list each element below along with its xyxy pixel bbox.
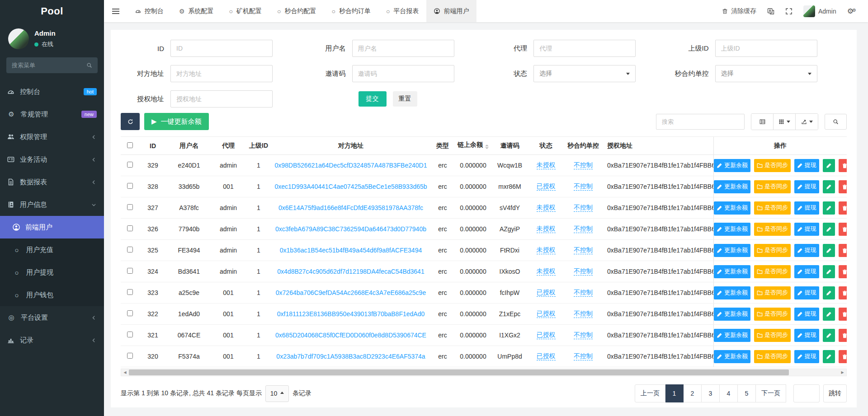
withdraw-button[interactable]: 提现 — [794, 180, 819, 193]
address-link[interactable]: 0xec1D993A40441C4ae07425a5BeCe1e58B933d6… — [274, 183, 427, 190]
row-checkbox[interactable] — [127, 162, 133, 168]
row-checkbox[interactable] — [127, 183, 133, 189]
withdraw-button[interactable]: 提现 — [794, 286, 819, 299]
page-button-3[interactable]: 3 — [702, 384, 720, 402]
sync-button[interactable]: 是否同步 — [754, 265, 791, 278]
status-link[interactable]: 未授权 — [537, 225, 556, 233]
sidebar-item-user-info[interactable]: 用户信息 — [0, 193, 104, 216]
sync-button[interactable]: 是否同步 — [754, 286, 791, 299]
order-control-link[interactable]: 不控制 — [574, 161, 593, 169]
delete-button[interactable] — [839, 286, 847, 299]
row-checkbox[interactable] — [127, 225, 133, 231]
sync-button[interactable]: 是否同步 — [754, 223, 791, 236]
table-search-input[interactable] — [656, 114, 745, 130]
address-link[interactable]: 0x7264ba706C9efDA54Ac2668E4c3A7eE686a25c… — [276, 289, 426, 296]
sync-button[interactable]: 是否同步 — [754, 350, 791, 363]
edit-button[interactable] — [823, 329, 835, 342]
edit-button[interactable] — [823, 350, 835, 363]
submit-button[interactable]: 提交 — [359, 91, 387, 107]
delete-button[interactable] — [839, 201, 847, 215]
address-link[interactable]: 0xc3febA679A89C38C7362594Da646473d0D7794… — [275, 225, 426, 233]
withdraw-button[interactable]: 提现 — [794, 223, 819, 236]
tab-miner-config[interactable]: ○ 矿机配置 — [222, 0, 269, 22]
scrollbar-thumb[interactable] — [129, 369, 789, 375]
id-input[interactable] — [170, 40, 273, 57]
parent-id-input[interactable] — [715, 40, 817, 57]
status-select[interactable]: 选择 — [533, 65, 636, 82]
withdraw-button[interactable]: 提现 — [794, 159, 819, 172]
sidebar-item-user-wallet[interactable]: ○ 用户钱包 — [0, 284, 104, 306]
update-balance-button[interactable]: 更新余额 — [714, 286, 750, 299]
update-balance-button[interactable]: 更新余额 — [714, 180, 750, 193]
col-chain-balance[interactable]: 链上余额 — [456, 137, 491, 155]
page-button-4[interactable]: 4 — [720, 384, 738, 402]
username-input[interactable] — [352, 40, 454, 57]
refresh-button[interactable] — [121, 113, 140, 130]
sidebar-item-user-withdraw[interactable]: ○ 用户提现 — [0, 261, 104, 284]
status-link[interactable]: 已授权 — [537, 182, 556, 191]
agent-input[interactable] — [533, 40, 636, 57]
select-all-checkbox[interactable] — [127, 142, 133, 148]
order-control-link[interactable]: 不控制 — [574, 225, 593, 233]
order-control-select[interactable]: 选择 — [715, 65, 817, 82]
settings-button[interactable]: ⚙⚙ — [847, 7, 856, 15]
update-balance-button[interactable]: 更新余额 — [714, 244, 750, 257]
tab-seconds-contract-orders[interactable]: ○ 秒合约订单 — [324, 0, 378, 22]
sync-button[interactable]: 是否同步 — [754, 308, 791, 321]
address-link[interactable]: 0xf1811123E8136BB950e439013fB70baB8F1edA… — [277, 310, 425, 318]
edit-button[interactable] — [823, 265, 835, 278]
update-all-balances-button[interactable]: ▶ 一键更新余额 — [144, 113, 209, 130]
sidebar-item-reports[interactable]: 数据报表 — [0, 171, 104, 193]
prev-page-button[interactable]: 上一页 — [635, 384, 665, 402]
update-balance-button[interactable]: 更新余额 — [714, 265, 750, 278]
sidebar-item-records[interactable]: 记录 — [0, 329, 104, 351]
page-button-5[interactable]: 5 — [738, 384, 756, 402]
page-button-1[interactable]: 1 — [665, 384, 684, 402]
jump-page-input[interactable] — [793, 384, 820, 402]
row-checkbox[interactable] — [127, 332, 133, 337]
edit-button[interactable] — [823, 223, 835, 236]
sidebar-item-business[interactable]: 业务活动 — [0, 148, 104, 171]
edit-button[interactable] — [823, 159, 835, 172]
order-control-link[interactable]: 不控制 — [574, 246, 593, 254]
sidebar-item-general[interactable]: ⚙ 常规管理 new — [0, 103, 104, 126]
edit-button[interactable] — [823, 308, 835, 321]
search-icon[interactable] — [86, 62, 92, 68]
status-link[interactable]: 未授权 — [537, 161, 556, 169]
auth-address-input[interactable] — [170, 90, 273, 108]
address-link[interactable]: 0x4d8B27c4c905d62df7d12198DA4fecaC54Bd36… — [277, 268, 424, 275]
status-link[interactable]: 未授权 — [537, 267, 556, 276]
sort-icon[interactable] — [485, 143, 489, 151]
address-input[interactable] — [170, 65, 273, 82]
sync-button[interactable]: 是否同步 — [754, 180, 791, 193]
delete-button[interactable] — [839, 223, 847, 236]
page-size-select[interactable]: 10 — [265, 385, 289, 402]
order-control-link[interactable]: 不控制 — [574, 331, 593, 339]
delete-button[interactable] — [839, 308, 847, 321]
status-link[interactable]: 已授权 — [537, 310, 556, 318]
address-link[interactable]: 0x23ab7b7df709c1A5938B3ac8D2923c4E6AF537… — [276, 353, 425, 360]
edit-button[interactable] — [823, 201, 835, 215]
row-checkbox[interactable] — [127, 268, 133, 274]
delete-button[interactable] — [839, 265, 847, 278]
status-link[interactable]: 未授权 — [537, 246, 556, 254]
scroll-right-arrow-icon[interactable]: ▶ — [839, 369, 846, 376]
order-control-link[interactable]: 不控制 — [574, 352, 593, 360]
export-button[interactable] — [796, 114, 818, 130]
order-control-link[interactable]: 不控制 — [574, 267, 593, 276]
next-page-button[interactable]: 下一页 — [756, 384, 786, 402]
scroll-left-arrow-icon[interactable]: ◀ — [121, 369, 129, 376]
update-balance-button[interactable]: 更新余额 — [714, 329, 750, 342]
withdraw-button[interactable]: 提现 — [794, 350, 819, 363]
tab-seconds-contract-config[interactable]: ○ 秒合约配置 — [269, 0, 324, 22]
detail-view-button[interactable] — [751, 114, 774, 130]
sidebar-item-permissions[interactable]: 权限管理 — [0, 126, 104, 148]
delete-button[interactable] — [839, 350, 847, 363]
row-checkbox[interactable] — [127, 353, 133, 359]
user-menu[interactable]: Admin — [803, 5, 836, 17]
status-link[interactable]: 已授权 — [537, 289, 556, 297]
update-balance-button[interactable]: 更新余额 — [714, 350, 750, 363]
withdraw-button[interactable]: 提现 — [794, 308, 819, 321]
update-balance-button[interactable]: 更新余额 — [714, 223, 750, 236]
edit-button[interactable] — [823, 244, 835, 257]
